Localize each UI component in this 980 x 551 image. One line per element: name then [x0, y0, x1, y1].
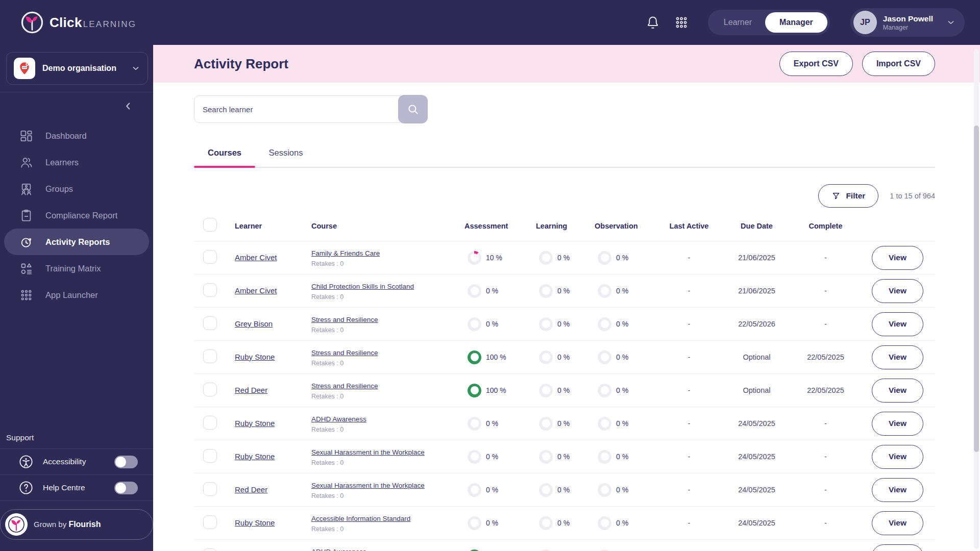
filter-button[interactable]: Filter	[818, 184, 878, 208]
export-csv-button[interactable]: Export CSV	[779, 52, 853, 76]
sidebar-item-learners[interactable]: Learners	[0, 149, 149, 176]
sidebar-item-groups[interactable]: Groups	[0, 176, 149, 202]
course-link[interactable]: Accessible Information Standard	[311, 515, 410, 522]
groups-icon	[19, 182, 33, 196]
progress-value: 0 %	[486, 453, 498, 461]
progress-ring-icon	[468, 284, 481, 298]
view-button[interactable]: View	[872, 511, 923, 535]
sidebar-item-activity-reports[interactable]: Activity Reports	[4, 229, 149, 255]
view-button[interactable]: View	[872, 412, 923, 436]
flourish-badge-text: Grown by Flourish	[34, 520, 101, 529]
learner-link[interactable]: Ruby Stone	[235, 452, 275, 461]
apps-grid-icon[interactable]	[673, 14, 690, 31]
row-checkbox[interactable]	[203, 449, 217, 463]
course-link[interactable]: Stress and Resilience	[311, 316, 378, 323]
sidebar: Demo organisation Dashboard	[0, 45, 153, 551]
shapes-matrix-icon	[19, 262, 33, 276]
progress-ring-icon	[539, 284, 553, 298]
role-toggle-learner[interactable]: Learner	[710, 12, 765, 33]
learner-link[interactable]: Amber Civet	[235, 286, 277, 295]
learner-link[interactable]: Ruby Stone	[235, 353, 275, 361]
sidebar-item-training-matrix[interactable]: Training Matrix	[0, 255, 149, 282]
progress-value: 0 %	[616, 287, 628, 295]
search-button[interactable]	[398, 95, 428, 123]
help-centre-row: Help Centre	[0, 475, 153, 500]
table-row: Ruby StoneSexual Harassment in the Workp…	[194, 440, 935, 473]
import-csv-button[interactable]: Import CSV	[862, 52, 935, 76]
row-checkbox[interactable]	[203, 283, 217, 297]
course-link[interactable]: ADHD Awareness	[311, 415, 366, 423]
search-input[interactable]	[194, 95, 404, 123]
row-checkbox[interactable]	[203, 548, 217, 551]
progress-ring-icon	[539, 417, 553, 431]
observation-progress-cell: 0 %	[595, 251, 656, 265]
view-button[interactable]: View	[872, 445, 923, 469]
progress-ring-icon	[539, 384, 553, 397]
course-link[interactable]: Sexual Harassment in the Workplace	[311, 448, 425, 456]
progress-value: 0 %	[616, 419, 628, 428]
grown-by-flourish-badge[interactable]: Grown by Flourish	[0, 509, 153, 540]
view-button[interactable]: View	[872, 246, 923, 270]
row-checkbox[interactable]	[203, 515, 217, 529]
sidebar-item-compliance-report[interactable]: Compliance Report	[0, 202, 149, 229]
row-checkbox[interactable]	[203, 250, 217, 264]
progress-ring-icon	[468, 483, 481, 497]
row-checkbox[interactable]	[203, 482, 217, 496]
brand-logo[interactable]: Click LEARNING	[20, 11, 136, 34]
table-row: Red DeerStress and ResilienceRetakes : 0…	[194, 374, 935, 407]
sidebar-collapse-row	[0, 92, 153, 113]
view-button[interactable]: View	[872, 478, 923, 502]
vertical-scrollbar[interactable]	[974, 49, 979, 549]
flourish-sprout-icon	[5, 513, 28, 536]
user-menu[interactable]: JP Jason Powell Manager	[850, 8, 965, 37]
course-link[interactable]: Sexual Harassment in the Workplace	[311, 482, 425, 489]
sidebar-item-app-launcher[interactable]: App Launcher	[0, 282, 149, 308]
progress-ring-icon	[598, 450, 611, 464]
course-link[interactable]: Child Protection Skills in Scotland	[311, 283, 414, 290]
view-button[interactable]: View	[872, 379, 923, 403]
view-button[interactable]: View	[872, 279, 923, 303]
accessibility-toggle[interactable]	[114, 456, 138, 468]
table-row: Amber CivetChild Protection Skills in Sc…	[194, 274, 935, 308]
row-checkbox[interactable]	[203, 349, 217, 363]
select-all-checkbox[interactable]	[203, 218, 217, 232]
last-active-value: -	[656, 287, 722, 295]
sidebar-item-label: Learners	[45, 158, 79, 167]
learner-link[interactable]: Amber Civet	[235, 253, 277, 262]
sidebar-nav: Dashboard Learners	[0, 122, 153, 308]
learner-link[interactable]: Ruby Stone	[235, 518, 275, 527]
view-button[interactable]: View	[872, 345, 923, 369]
view-button[interactable]: View	[872, 312, 923, 336]
view-button[interactable]: View	[872, 544, 923, 551]
sidebar-item-dashboard[interactable]: Dashboard	[0, 122, 149, 149]
learner-link[interactable]: Grey Bison	[235, 319, 273, 328]
learner-link[interactable]: Ruby Stone	[235, 419, 275, 428]
notifications-bell-icon[interactable]	[645, 14, 661, 31]
course-link[interactable]: Stress and Resilience	[311, 382, 378, 390]
collapse-sidebar-icon[interactable]	[121, 99, 135, 113]
progress-ring-icon	[468, 549, 481, 551]
organisation-selector[interactable]: Demo organisation	[6, 52, 148, 85]
progress-value: 0 %	[486, 287, 498, 295]
due-date-value: 24/05/2025	[722, 519, 791, 527]
app-launcher-dots-icon	[19, 288, 33, 302]
tab-courses[interactable]: Courses	[194, 141, 255, 167]
help-centre-toggle[interactable]	[114, 482, 138, 494]
search-icon	[406, 103, 420, 116]
progress-value: 0 %	[616, 453, 628, 461]
row-checkbox[interactable]	[203, 416, 217, 430]
col-header-course: Course	[311, 222, 464, 230]
learner-link[interactable]: Red Deer	[235, 485, 267, 494]
row-checkbox[interactable]	[203, 316, 217, 330]
page-header-actions: Export CSV Import CSV	[779, 52, 935, 76]
scrollbar-thumb[interactable]	[974, 126, 979, 452]
role-toggle-manager[interactable]: Manager	[765, 12, 827, 33]
assessment-progress-cell: 0 %	[464, 284, 536, 298]
row-checkbox[interactable]	[203, 383, 217, 396]
learning-progress-cell: 0 %	[536, 284, 595, 298]
tab-sessions[interactable]: Sessions	[255, 141, 316, 167]
course-link[interactable]: Family & Friends Care	[311, 249, 380, 257]
course-link[interactable]: ADHD Awareness	[311, 548, 366, 551]
learner-link[interactable]: Red Deer	[235, 386, 267, 394]
course-link[interactable]: Stress and Resilience	[311, 349, 378, 357]
